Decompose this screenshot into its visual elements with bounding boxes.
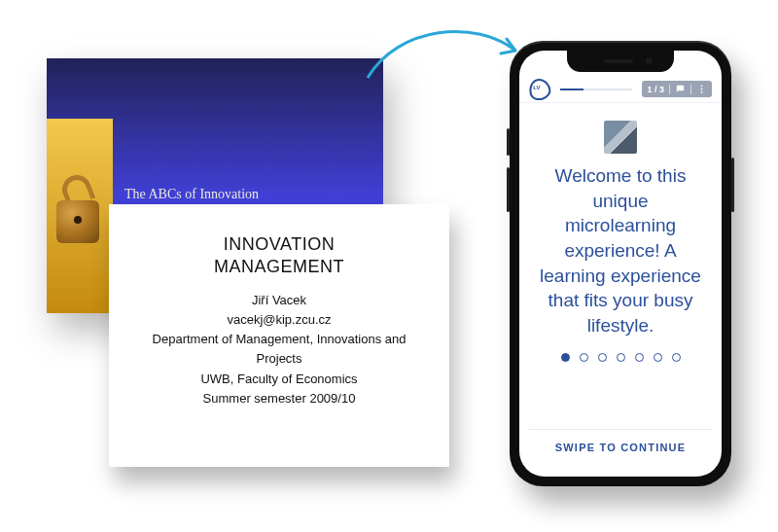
slide-front: INNOVATION MANAGEMENT Jiří Vacek vacekj@… [109,204,449,467]
phone-frame: 1 / 3 Welcome to this unique microlearni… [510,41,731,486]
page-dot[interactable] [654,353,662,362]
slide-institution: UWB, Faculty of Economics [130,370,428,389]
slide-author: Jiří Vacek [130,291,428,310]
page-dots[interactable] [537,353,704,362]
page-dot[interactable] [672,353,681,362]
slide-department: Department of Management, Innovations an… [130,330,428,369]
slide-back-title: The ABCs of Innovation [124,187,259,202]
more-icon[interactable] [696,84,707,94]
progress-bar [560,89,632,90]
page-dot[interactable] [580,353,588,362]
svg-point-2 [701,91,703,93]
comment-icon[interactable] [675,84,686,94]
phone-side-button [731,158,734,212]
slide-email: vacekj@kip.zcu.cz [130,310,428,330]
slide-term: Summer semester 2009/10 [130,389,428,408]
title-line-1: INNOVATION [224,234,335,254]
phone-screen: 1 / 3 Welcome to this unique microlearni… [519,51,722,477]
page-dot[interactable] [598,353,607,362]
phone-content: Welcome to this unique microlearning exp… [519,109,722,477]
page-dot[interactable] [635,353,644,362]
chip-separator [690,85,691,94]
phone-side-button [507,167,510,212]
page-indicator: 1 / 3 [647,85,664,94]
swipe-to-continue[interactable]: SWIPE TO CONTINUE [529,429,712,467]
slide-title: INNOVATION MANAGEMENT [130,233,428,277]
phone-side-button [507,128,510,156]
padlock-icon [53,175,107,253]
slide-stack: The ABCs of Innovation INNOVATION MANAGE… [47,58,436,467]
welcome-text: Welcome to this unique microlearning exp… [537,163,704,337]
title-line-2: MANAGEMENT [214,257,344,276]
topbar: 1 / 3 [519,76,722,103]
topbar-chip: 1 / 3 [642,81,712,97]
page-dot[interactable] [617,353,625,362]
app-logo-icon [527,76,553,102]
phone-notch [567,51,674,72]
svg-point-0 [701,85,703,87]
svg-point-1 [701,89,703,90]
chip-separator [669,85,670,94]
lesson-thumbnail [604,121,637,154]
page-dot[interactable] [561,353,570,362]
